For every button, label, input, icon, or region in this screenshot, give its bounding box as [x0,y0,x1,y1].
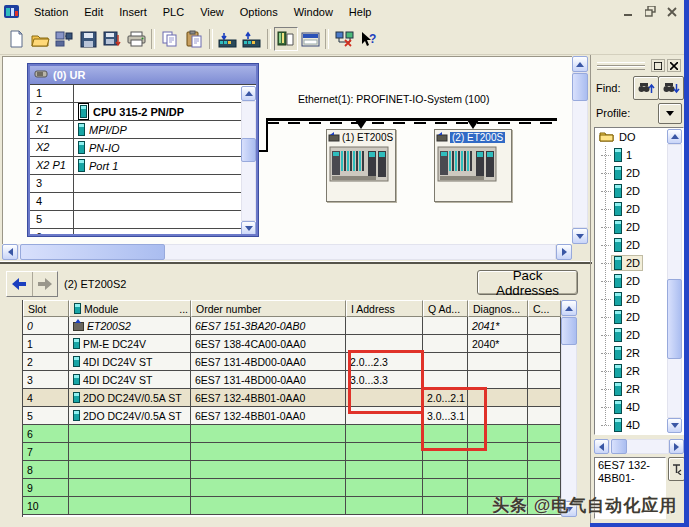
scroll-down-icon[interactable] [667,418,682,433]
menu-edit[interactable]: Edit [76,0,111,24]
profile-label: Profile: [596,107,630,119]
column-header[interactable]: Q Ad... [423,300,468,317]
tree-vertical-scrollbar[interactable] [667,129,682,433]
scroll-left-icon[interactable] [2,244,18,260]
svg-text:?: ? [369,32,376,46]
open-icon[interactable] [28,27,52,51]
upload-icon[interactable] [240,27,264,51]
toolbar: ? [0,24,689,55]
merge-station-icon[interactable] [52,27,76,51]
upper-vertical-scrollbar[interactable] [572,56,588,244]
scroll-thumb[interactable] [241,138,256,162]
rack-slot-row[interactable]: 3 [30,175,256,193]
arrow-right-icon [37,278,53,290]
profile-dropdown[interactable] [658,103,682,124]
upper-horizontal-scrollbar[interactable] [2,244,572,260]
scroll-thumb[interactable] [561,317,577,345]
column-header[interactable]: Module... [69,300,191,317]
catalog-toggle-icon[interactable] [274,27,298,51]
toolbar-separator [209,29,213,49]
print-icon[interactable] [124,27,148,51]
station-1-box[interactable]: (1) ET200S [326,129,396,202]
rack-slot-row[interactable]: 5 [30,211,256,229]
rack-slot-row[interactable]: X2 P1Port 1 [30,157,256,175]
rack-slot-row[interactable]: 6 [30,229,256,236]
save-and-compile-icon[interactable] [100,27,124,51]
rack-slot-row[interactable]: 4 [30,193,256,211]
catalog-gripper[interactable] [597,66,645,70]
module-icon [614,220,622,234]
menu-plc[interactable]: PLC [155,0,192,24]
scroll-thumb[interactable] [611,439,627,454]
menu-station[interactable]: Station [26,0,76,24]
station-1-label[interactable]: (1) ET200S [328,131,394,144]
tree-horizontal-scrollbar[interactable] [594,439,684,454]
scroll-up-icon[interactable] [667,129,682,144]
catalog-restore-icon[interactable] [651,59,665,72]
menu-help[interactable]: Help [341,0,380,24]
station-2-label[interactable]: (2) ET200S [436,131,510,144]
column-header[interactable]: Slot [23,300,69,317]
rack-title-bar[interactable]: (0) UR [30,66,256,84]
pack-addresses-button[interactable]: Pack Addresses [477,270,578,295]
scroll-right-icon[interactable] [556,244,572,260]
module-row-slot-8[interactable]: 8 [23,461,561,479]
find-next-button[interactable] [633,76,659,100]
restore-icon[interactable] [641,4,659,19]
trunk-elbow-vertical [266,118,268,152]
catalog-close-icon[interactable] [667,59,681,72]
im-head-icon [436,131,448,144]
scroll-up-icon[interactable] [561,300,577,316]
new-icon[interactable] [4,27,28,51]
network-view-icon[interactable] [332,27,356,51]
station-drop-connector [355,120,367,129]
menu-bar: StationEditInsertPLCViewOptionsWindowHel… [0,0,689,24]
minimize-icon[interactable] [620,4,638,19]
column-header[interactable]: I Address [346,300,423,317]
module-row-slot-1[interactable]: 1PM-E DC24V6ES7 138-4CA00-0AA02040* [23,335,561,353]
rack-slot-row[interactable]: 2CPU 315-2 PN/DP [30,103,256,121]
help-cursor-icon[interactable]: ? [356,27,380,51]
column-header[interactable]: Order number [191,300,346,317]
download-icon[interactable] [216,27,240,51]
trunk-elbow-horizontal [258,150,268,152]
scroll-up-icon[interactable] [572,56,588,72]
configuration-table-icon[interactable] [298,27,322,51]
menu-insert[interactable]: Insert [111,0,155,24]
module-row-slot-2[interactable]: 24DI DC24V ST6ES7 131-4BD00-0AA02.0...2.… [23,353,561,371]
module-table-header: SlotModule...Order numberI AddressQ Ad..… [23,300,561,317]
column-header[interactable]: C... [528,300,561,317]
scroll-down-icon[interactable] [241,221,256,236]
module-row-slot-0[interactable]: 0ET200S26ES7 151-3BA20-0AB02041* [23,317,561,335]
module-row-slot-9[interactable]: 9 [23,479,561,497]
scroll-right-icon[interactable] [669,439,684,454]
table-vertical-scrollbar[interactable] [561,300,577,517]
scroll-thumb[interactable] [667,279,682,359]
station-2-box[interactable]: (2) ET200S [434,129,512,202]
profinet-trunk-line[interactable] [267,118,557,121]
find-previous-button[interactable] [658,76,684,100]
rack-scrollbar[interactable] [241,86,256,236]
module-row-slot-10[interactable]: 10 [23,497,561,515]
scroll-left-icon[interactable] [594,439,609,454]
rack-slot-row[interactable]: 1 [30,85,256,103]
menu-window[interactable]: Window [286,0,341,24]
scroll-down-icon[interactable] [572,228,588,244]
catalog-description-toggle-button[interactable] [668,457,685,481]
scroll-thumb[interactable] [572,73,588,101]
scroll-up-icon[interactable] [241,86,256,101]
previous-station-button[interactable] [7,272,33,296]
rack-slot-row[interactable]: X1MPI/DP [30,121,256,139]
close-icon[interactable] [663,4,681,19]
copy-icon[interactable] [158,27,182,51]
paste-icon[interactable] [182,27,206,51]
save-icon[interactable] [76,27,100,51]
rack-slot-row[interactable]: X2PN-IO [30,139,256,157]
rack-window[interactable]: (0) UR 12CPU 315-2 PN/DPX1MPI/DPX2PN-IOX… [28,64,258,236]
next-station-button[interactable] [33,272,58,296]
module-icon [74,303,81,314]
scroll-thumb[interactable] [20,244,165,260]
column-header[interactable]: Diagnos... [468,300,528,317]
menu-options[interactable]: Options [232,0,286,24]
menu-view[interactable]: View [192,0,232,24]
